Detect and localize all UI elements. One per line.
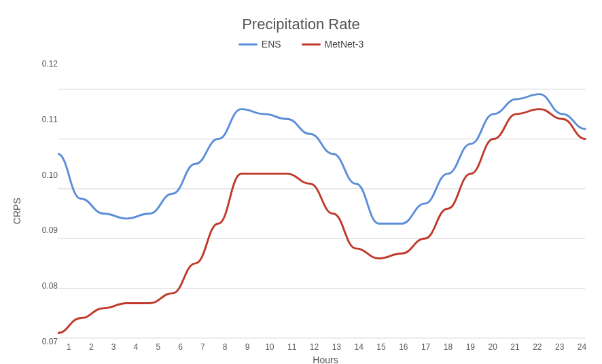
plot-area: 123456789101112131415161718192021222324 …	[58, 56, 593, 364]
x-tick: 22	[526, 342, 548, 352]
x-tick: 7	[192, 342, 214, 352]
svg-plot	[58, 56, 593, 340]
legend-item-metnet: MetNet-3	[302, 39, 364, 50]
metnet-legend-line	[302, 43, 321, 46]
chart-title: Precipitation Rate	[242, 16, 360, 33]
x-tick: 17	[414, 342, 437, 352]
x-tick: 5	[147, 342, 169, 352]
x-tick: 21	[504, 342, 527, 352]
x-tick: 8	[214, 342, 236, 352]
x-tick: 23	[548, 342, 571, 352]
x-tick: 3	[103, 342, 125, 352]
y-tick: 0.07	[42, 337, 58, 346]
legend-item-ens: ENS	[238, 39, 281, 50]
y-axis-label: CRPS	[9, 56, 25, 364]
x-tick: 2	[80, 342, 103, 352]
x-tick: 24	[571, 342, 593, 352]
metnet-legend-label: MetNet-3	[325, 39, 364, 50]
x-tick: 20	[482, 342, 504, 352]
chart-container: Precipitation Rate ENS MetNet-3 CRPS 0.1…	[9, 9, 593, 355]
x-tick: 4	[124, 342, 147, 352]
y-tick: 0.09	[42, 225, 58, 235]
x-tick: 14	[348, 342, 370, 352]
x-tick: 10	[258, 342, 281, 352]
chart-area: CRPS 0.120.110.100.090.080.07 1234567891…	[9, 56, 593, 364]
x-tick: 1	[58, 342, 80, 352]
x-tick: 18	[437, 342, 459, 352]
x-tick: 11	[281, 342, 303, 352]
x-axis-label: Hours	[58, 354, 593, 364]
y-tick: 0.10	[42, 170, 58, 180]
x-tick: 12	[303, 342, 325, 352]
x-tick: 9	[236, 342, 259, 352]
y-tick: 0.08	[42, 281, 58, 291]
x-tick: 19	[459, 342, 482, 352]
ens-legend-label: ENS	[262, 39, 281, 50]
x-tick: 13	[325, 342, 348, 352]
ens-legend-line	[238, 43, 258, 46]
x-tick: 16	[392, 342, 414, 352]
legend: ENS MetNet-3	[238, 39, 364, 50]
x-tick: 6	[169, 342, 192, 352]
y-tick: 0.12	[42, 59, 58, 69]
x-ticks: 123456789101112131415161718192021222324	[58, 340, 593, 352]
x-tick: 15	[370, 342, 393, 352]
y-ticks: 0.120.110.100.090.080.07	[28, 56, 58, 364]
y-tick: 0.11	[42, 115, 58, 124]
